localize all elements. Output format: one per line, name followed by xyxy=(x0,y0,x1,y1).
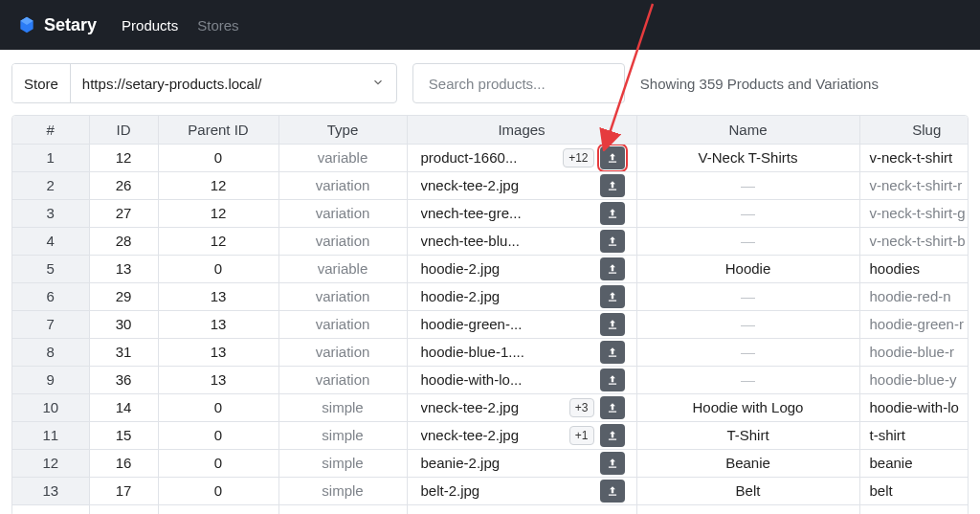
cell-type[interactable]: variation xyxy=(278,227,407,255)
col-header-parent[interactable]: Parent ID xyxy=(158,116,278,144)
upload-image-button[interactable] xyxy=(600,146,625,169)
cell-images[interactable]: vnech-tee-blu... xyxy=(407,227,636,255)
cell-images[interactable]: product-1660...+12 xyxy=(407,144,636,171)
cell-id[interactable]: 12 xyxy=(89,144,158,171)
table-row[interactable]: 12160simplebeanie-2.jpgBeaniebeanie xyxy=(12,449,969,477)
cell-type[interactable]: variation xyxy=(278,199,407,227)
cell-type[interactable]: simple xyxy=(278,449,407,477)
upload-image-button[interactable] xyxy=(600,424,625,447)
store-selector[interactable]: Store https://setary-products.local/ xyxy=(11,63,397,103)
cell-id[interactable]: 36 xyxy=(89,366,158,393)
cell-parent-id[interactable]: 0 xyxy=(158,449,278,477)
cell-name[interactable]: V-Neck T-Shirts xyxy=(636,144,859,171)
cell-name[interactable]: — xyxy=(636,338,859,366)
cell-name[interactable]: T-Shirt xyxy=(636,421,859,449)
upload-image-button[interactable] xyxy=(600,285,625,308)
cell-type[interactable]: variation xyxy=(278,282,407,310)
table-row[interactable]: 10140simplevneck-tee-2.jpg+3Hoodie with … xyxy=(12,393,969,421)
cell-type[interactable]: variation xyxy=(278,171,407,199)
cell-slug[interactable]: hoodie-red-n xyxy=(859,282,969,310)
cell-slug[interactable]: t-shirt xyxy=(859,421,969,449)
cell-name[interactable]: — xyxy=(636,199,859,227)
cell-type[interactable]: variable xyxy=(278,144,407,171)
cell-name[interactable]: — xyxy=(636,310,859,338)
cell-name[interactable]: — xyxy=(636,171,859,199)
cell-type[interactable]: variation xyxy=(278,338,407,366)
cell-slug[interactable]: belt xyxy=(859,477,969,504)
col-header-type[interactable]: Type xyxy=(278,116,407,144)
cell-slug[interactable]: beanie xyxy=(859,449,969,477)
cell-parent-id[interactable]: 0 xyxy=(158,393,278,421)
cell-images[interactable]: vneck-tee-2.jpg+1 xyxy=(407,421,636,449)
cell-images[interactable]: vneck-tee-2.jpg xyxy=(407,171,636,199)
cell-parent-id[interactable]: 12 xyxy=(158,199,278,227)
table-row[interactable]: 83113variationhoodie-blue-1....—hoodie-b… xyxy=(12,338,969,366)
cell-parent-id[interactable]: 0 xyxy=(158,421,278,449)
cell-id[interactable]: 26 xyxy=(89,171,158,199)
cell-images[interactable]: beanie-2.jpg xyxy=(407,449,636,477)
cell-images[interactable]: hoodie-green-... xyxy=(407,310,636,338)
table-row[interactable]: 5130variablehoodie-2.jpgHoodiehoodies xyxy=(12,255,969,282)
cell-id[interactable]: 30 xyxy=(89,310,158,338)
cell-parent-id[interactable]: 12 xyxy=(158,171,278,199)
upload-image-button[interactable] xyxy=(600,174,625,197)
cell-id[interactable]: 28 xyxy=(89,227,158,255)
cell-id[interactable]: 13 xyxy=(89,255,158,282)
table-row[interactable]: 11150simplevneck-tee-2.jpg+1T-Shirtt-shi… xyxy=(12,421,969,449)
cell-id[interactable]: 16 xyxy=(89,449,158,477)
cell-slug[interactable]: v-neck-t-shirt xyxy=(859,144,969,171)
upload-image-button[interactable] xyxy=(600,396,625,419)
nav-stores[interactable]: Stores xyxy=(197,17,238,34)
cell-id[interactable]: 29 xyxy=(89,282,158,310)
table-row[interactable]: 73013variationhoodie-green-...—hoodie-gr… xyxy=(12,310,969,338)
col-header-name[interactable]: Name xyxy=(636,116,859,144)
cell-id[interactable]: 27 xyxy=(89,199,158,227)
search-box[interactable] xyxy=(412,63,625,103)
cell-images[interactable]: belt-2.jpg xyxy=(407,477,636,504)
cell-slug[interactable]: v-neck-t-shirt-r xyxy=(859,171,969,199)
cell-id[interactable]: 31 xyxy=(89,338,158,366)
cell-type[interactable]: variation xyxy=(278,366,407,393)
cell-slug[interactable]: v-neck-t-shirt-b xyxy=(859,227,969,255)
store-select[interactable]: https://setary-products.local/ xyxy=(71,64,396,102)
cell-slug[interactable]: hoodies xyxy=(859,255,969,282)
table-row[interactable]: 32712variationvnech-tee-gre...—v-neck-t-… xyxy=(12,199,969,227)
upload-image-button[interactable] xyxy=(600,341,625,364)
table-row[interactable]: 93613variationhoodie-with-lo...—hoodie-b… xyxy=(12,366,969,393)
upload-image-button[interactable] xyxy=(600,452,625,475)
cell-images[interactable]: hoodie-2.jpg xyxy=(407,282,636,310)
col-header-slug[interactable]: Slug xyxy=(859,116,969,144)
cell-name[interactable]: Hoodie with Logo xyxy=(636,393,859,421)
cell-images[interactable]: hoodie-2.jpg xyxy=(407,255,636,282)
upload-image-button[interactable] xyxy=(600,313,625,336)
cell-parent-id[interactable]: 13 xyxy=(158,282,278,310)
cell-slug[interactable]: hoodie-blue-y xyxy=(859,366,969,393)
cell-parent-id[interactable]: 0 xyxy=(158,144,278,171)
cell-images[interactable]: hoodie-with-lo... xyxy=(407,366,636,393)
upload-image-button[interactable] xyxy=(600,257,625,280)
cell-parent-id[interactable]: 0 xyxy=(158,255,278,282)
upload-image-button[interactable] xyxy=(600,480,625,503)
cell-name[interactable]: — xyxy=(636,282,859,310)
cell-name[interactable]: Belt xyxy=(636,477,859,504)
upload-image-button[interactable] xyxy=(600,202,625,225)
search-input[interactable] xyxy=(427,75,611,93)
table-row[interactable]: 13170simplebelt-2.jpgBeltbelt xyxy=(12,477,969,504)
cell-parent-id[interactable]: 0 xyxy=(158,477,278,504)
cell-images[interactable]: hoodie-blue-1.... xyxy=(407,338,636,366)
brand[interactable]: Setary xyxy=(17,15,97,35)
nav-products[interactable]: Products xyxy=(122,17,178,34)
cell-parent-id[interactable]: 13 xyxy=(158,338,278,366)
col-header-images[interactable]: Images xyxy=(407,116,636,144)
upload-image-button[interactable] xyxy=(600,230,625,253)
table-row[interactable]: 22612variationvneck-tee-2.jpg—v-neck-t-s… xyxy=(12,171,969,199)
cell-name[interactable]: — xyxy=(636,227,859,255)
col-header-num[interactable]: # xyxy=(12,116,89,144)
cell-id[interactable]: 14 xyxy=(89,393,158,421)
cell-slug[interactable]: v-neck-t-shirt-g xyxy=(859,199,969,227)
col-header-id[interactable]: ID xyxy=(89,116,158,144)
cell-slug[interactable]: hoodie-blue-r xyxy=(859,338,969,366)
cell-type[interactable]: simple xyxy=(278,477,407,504)
cell-parent-id[interactable]: 12 xyxy=(158,227,278,255)
cell-name[interactable]: Hoodie xyxy=(636,255,859,282)
